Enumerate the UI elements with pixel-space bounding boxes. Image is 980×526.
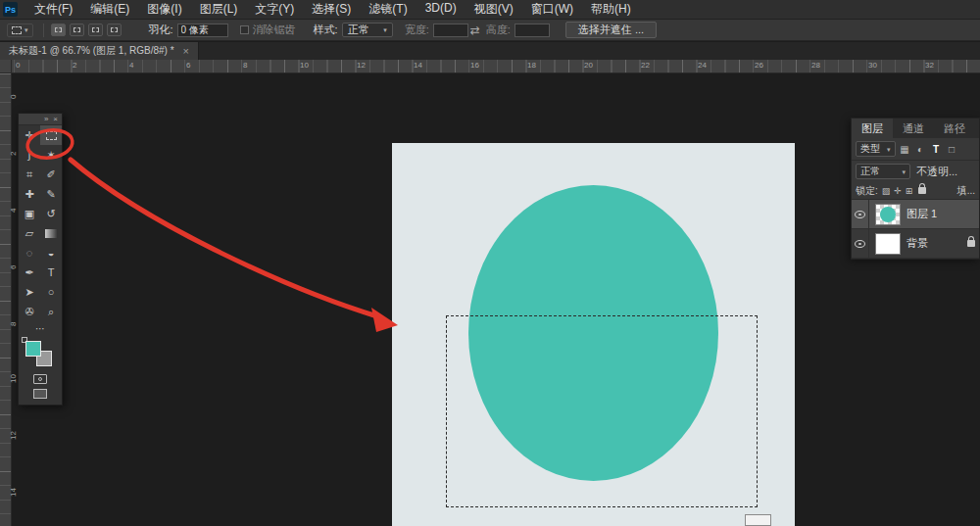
chevron-down-icon: ▾ [887, 146, 891, 153]
layer-name[interactable]: 背景 [906, 236, 928, 251]
shape-filter-icon[interactable]: □ [946, 142, 958, 156]
width-input[interactable] [433, 24, 468, 37]
layer-thumbnail[interactable] [875, 204, 901, 225]
menu-item-2[interactable]: 编辑(E) [81, 1, 138, 18]
layer-thumbnail[interactable] [875, 233, 901, 255]
layer-row-background[interactable]: 背景 [852, 229, 979, 259]
menu-item-10[interactable]: 窗口(W) [522, 1, 582, 18]
style-value: 正常 [348, 23, 369, 37]
ruler-number: 2 [9, 152, 18, 156]
healing-icon: ✚ [24, 188, 33, 201]
tool-preset-dropdown[interactable]: ▾ [7, 24, 33, 37]
layer-name[interactable]: 图层 1 [906, 207, 937, 221]
shape-tool[interactable]: ○ [40, 282, 62, 302]
document-tab[interactable]: 未标题-1 @ 66.7% (图层 1, RGB/8#) * × [0, 42, 199, 60]
style-select[interactable]: 正常 ▾ [342, 23, 393, 37]
brush-icon: ✎ [46, 188, 55, 201]
menu-item-3[interactable]: 图像(I) [138, 1, 190, 18]
screen-mode-icon[interactable] [33, 389, 47, 399]
color-swatches [19, 336, 62, 371]
visibility-toggle[interactable] [852, 200, 869, 228]
swap-dimensions-icon[interactable]: ⇄ [470, 24, 480, 37]
type-tool[interactable]: T [40, 263, 62, 282]
pen-tool[interactable]: ✒ [19, 263, 40, 282]
eraser-tool[interactable]: ▱ [19, 223, 40, 243]
menu-item-7[interactable]: 滤镜(T) [360, 1, 416, 18]
brush-tool[interactable]: ✎ [40, 184, 62, 204]
menu-item-5[interactable]: 文字(Y) [246, 1, 303, 18]
close-panel-icon[interactable]: × [53, 115, 58, 123]
blend-mode-select[interactable]: 正常 ▾ [856, 164, 910, 179]
blur-tool[interactable]: ◌ [19, 243, 40, 263]
lasso-tool[interactable]: ʃ [19, 145, 40, 165]
collapse-panel-icon[interactable]: » [44, 115, 48, 123]
select-and-mask-button[interactable]: 选择并遮住 ... [565, 22, 657, 38]
edit-toolbar-button[interactable]: ⋯ [19, 321, 62, 336]
move-icon: ✛ [24, 129, 33, 142]
ruler-number: 20 [584, 61, 593, 70]
menu-item-11[interactable]: 帮助(H) [582, 1, 640, 18]
foreground-color-swatch[interactable] [25, 341, 41, 357]
new-selection-icon[interactable] [51, 24, 66, 36]
clone-stamp-tool[interactable]: ▣ [19, 204, 40, 223]
lock-all-icon[interactable] [918, 187, 926, 194]
zoom-icon: ⌕ [48, 306, 54, 318]
rect-marquee-tool[interactable] [40, 125, 62, 145]
ruler-number: 8 [9, 322, 18, 326]
ellipse-shape-icon: ○ [48, 286, 55, 298]
history-brush-tool[interactable]: ↺ [40, 204, 62, 223]
eyedropper-tool[interactable]: ✐ [40, 165, 62, 184]
add-to-selection-icon[interactable] [70, 24, 84, 36]
height-label: 高度: [486, 23, 511, 37]
dodge-tool[interactable]: ◒ [40, 243, 62, 263]
tab-layers[interactable]: 图层 [852, 119, 893, 138]
zoom-tool[interactable]: ⌕ [40, 302, 62, 321]
background-lock-icon [967, 240, 975, 247]
visibility-toggle[interactable] [852, 229, 869, 258]
type-filter-icon[interactable]: T [930, 142, 943, 156]
chevron-down-icon: ▾ [383, 26, 387, 33]
menu-items: 文件(F)编辑(E)图像(I)图层(L)文字(Y)选择(S)滤镜(T)3D(D)… [25, 1, 640, 18]
menu-bar: Ps 文件(F)编辑(E)图像(I)图层(L)文字(Y)选择(S)滤镜(T)3D… [0, 0, 980, 20]
crop-tool[interactable]: ⌗ [19, 165, 40, 184]
ruler-horizontal[interactable]: 02468101214161820222426283032 [0, 60, 980, 73]
hand-tool[interactable]: ✇ [19, 302, 40, 321]
gradient-tool[interactable] [40, 223, 62, 243]
tab-paths[interactable]: 路径 [934, 119, 975, 138]
quick-mask-icon[interactable] [33, 374, 47, 384]
subtract-from-selection-icon[interactable] [88, 24, 103, 36]
layer-filter-row: 类型 ▾ ▦ ◐ T □ [852, 138, 979, 161]
photoshop-logo-icon[interactable]: Ps [3, 2, 18, 17]
lasso-icon: ʃ [28, 149, 30, 161]
intersect-selection-icon[interactable] [107, 24, 122, 36]
menu-item-4[interactable]: 图层(L) [191, 1, 247, 18]
move-tool[interactable]: ✛ [19, 125, 40, 145]
selection-marquee [446, 315, 758, 507]
menu-item-9[interactable]: 视图(V) [466, 1, 522, 18]
lock-position-icon[interactable]: ✛ [894, 186, 902, 196]
path-selection-tool[interactable]: ➤ [19, 282, 40, 302]
divider [43, 24, 44, 37]
feather-input[interactable] [177, 24, 228, 37]
height-input[interactable] [514, 24, 550, 37]
ruler-number: 16 [470, 61, 479, 70]
quick-selection-tool[interactable]: ✶ [40, 145, 62, 165]
filter-type-select[interactable]: 类型 ▾ [856, 141, 896, 157]
lock-transparency-icon[interactable]: ▨ [882, 186, 891, 196]
menu-item-6[interactable]: 选择(S) [303, 1, 360, 18]
ruler-number: 4 [129, 61, 133, 70]
close-tab-icon[interactable]: × [183, 45, 189, 57]
menu-item-1[interactable]: 文件(F) [25, 1, 81, 18]
lock-label: 锁定: [856, 184, 878, 198]
pixel-filter-icon[interactable]: ▦ [899, 142, 911, 156]
rect-marquee-icon [46, 131, 57, 140]
healing-brush-tool[interactable]: ✚ [19, 184, 40, 204]
adjustment-filter-icon[interactable]: ◐ [914, 142, 927, 156]
lock-artboard-icon[interactable]: ⊞ [906, 186, 913, 196]
layer-row-layer1[interactable]: 图层 1 [852, 200, 979, 229]
menu-item-8[interactable]: 3D(D) [416, 1, 466, 18]
tab-channels[interactable]: 通道 [893, 119, 934, 138]
canvas[interactable] [392, 143, 795, 526]
ruler-vertical[interactable]: 02468101214 [0, 73, 12, 526]
annotation-arrow [71, 160, 377, 316]
